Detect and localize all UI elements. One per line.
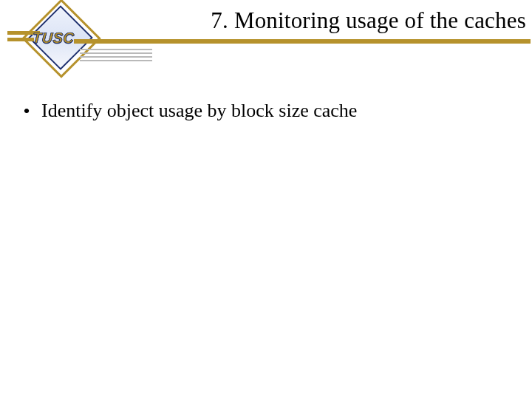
logo-text: TUSC: [32, 30, 75, 47]
bullet-text: Identify object usage by block size cach…: [41, 99, 357, 123]
list-item: • Identify object usage by block size ca…: [22, 99, 517, 124]
bullet-icon: •: [22, 100, 31, 124]
slide-title: 7. Monitoring usage of the caches: [211, 7, 526, 34]
title-sublines: [80, 49, 152, 64]
title-underline: [74, 39, 531, 44]
slide: TUSC 7. Monitoring usage of the caches •…: [0, 0, 532, 399]
content-area: • Identify object usage by block size ca…: [22, 99, 517, 124]
